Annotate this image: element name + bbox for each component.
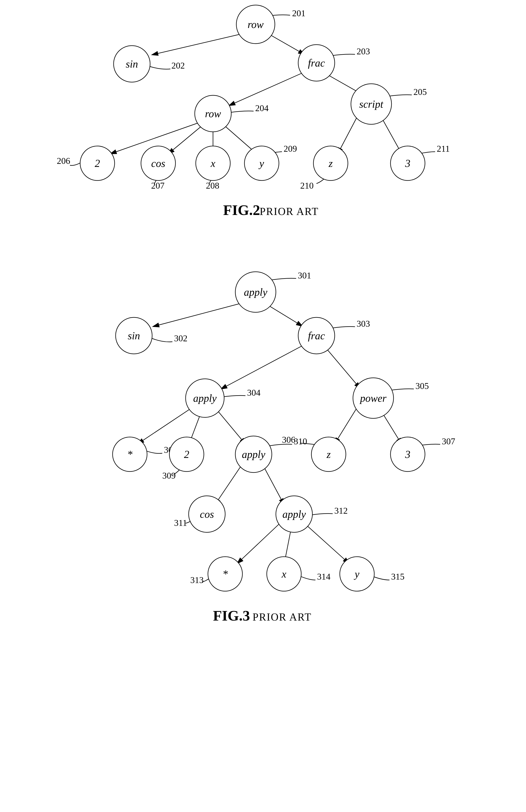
- label-314: 314: [317, 572, 330, 582]
- label-307: 307: [442, 436, 455, 446]
- label-301: 301: [298, 271, 311, 280]
- node-apply2-label: apply: [193, 392, 217, 404]
- node-script1-label: script: [359, 98, 384, 110]
- node-z2-label: z: [326, 449, 331, 460]
- svg-line-3: [229, 73, 302, 105]
- node-y2-label: y: [354, 568, 359, 580]
- svg-line-18: [335, 408, 357, 444]
- node-sin1-label: sin: [126, 58, 138, 70]
- node-row2-label: row: [205, 108, 221, 119]
- label-210: 210: [300, 181, 314, 191]
- svg-line-9: [338, 113, 359, 154]
- label-209: 209: [284, 144, 297, 154]
- svg-line-6: [168, 123, 205, 154]
- node-mul2-label: *: [223, 568, 228, 580]
- label-312: 312: [334, 506, 348, 516]
- label-303: 303: [357, 319, 370, 329]
- label-207: 207: [151, 181, 165, 191]
- page: 201 202 203 204 205 206 207 208 209 210 …: [0, 0, 526, 812]
- label-302: 302: [174, 333, 187, 343]
- svg-line-14: [325, 346, 360, 388]
- node-cos1-label: cos: [151, 158, 165, 169]
- node-frac2-label: frac: [308, 330, 325, 342]
- svg-line-22: [237, 523, 280, 563]
- fig2-title: FIG.2: [223, 202, 260, 218]
- node-z1-label: z: [328, 158, 333, 169]
- node-y1-label: y: [258, 158, 264, 169]
- label-313: 313: [190, 575, 204, 585]
- node-n3-label: 3: [405, 158, 410, 169]
- label-315: 315: [391, 572, 404, 582]
- label-206: 206: [57, 156, 70, 166]
- node-frac1-label: frac: [308, 57, 325, 69]
- svg-line-2: [268, 33, 304, 54]
- svg-line-24: [304, 523, 349, 563]
- label-205: 205: [413, 87, 427, 97]
- label-211: 211: [437, 144, 450, 154]
- label-309: 309: [162, 471, 176, 481]
- label-304: 304: [247, 388, 260, 398]
- svg-line-11: [153, 303, 241, 327]
- label-201: 201: [292, 8, 305, 18]
- label-204: 204: [255, 103, 269, 113]
- fig2-subtitle: PRIOR ART: [260, 206, 319, 217]
- svg-line-12: [266, 304, 302, 326]
- svg-line-1: [152, 33, 243, 55]
- node-apply3-label: apply: [242, 449, 265, 460]
- fig3-subtitle: PRIOR ART: [253, 611, 312, 623]
- node-apply4-label: apply: [282, 508, 306, 520]
- label-306: 306: [282, 435, 295, 445]
- label-202: 202: [171, 61, 185, 71]
- label-310: 310: [294, 436, 307, 446]
- label-305: 305: [415, 381, 429, 391]
- node-x1-label: x: [210, 158, 215, 169]
- svg-line-20: [215, 462, 243, 505]
- node-power1-label: power: [359, 392, 387, 404]
- svg-line-8: [221, 123, 257, 154]
- svg-line-17: [215, 408, 245, 444]
- node-sin2-label: sin: [128, 330, 140, 342]
- node-n2b-label: 2: [184, 449, 189, 460]
- node-apply1-label: apply: [244, 286, 267, 298]
- fig3-title: FIG.3: [213, 608, 250, 624]
- node-n3b-label: 3: [405, 449, 410, 460]
- node-row1-label: row: [248, 19, 264, 30]
- svg-line-21: [262, 463, 284, 505]
- node-x2-label: x: [281, 568, 286, 580]
- node-n2-label: 2: [95, 158, 100, 169]
- node-mul1-label: *: [127, 449, 132, 460]
- label-203: 203: [357, 46, 370, 56]
- node-cos2-label: cos: [200, 508, 214, 520]
- label-208: 208: [206, 181, 219, 191]
- label-311: 311: [174, 518, 187, 528]
- svg-line-13: [221, 346, 302, 389]
